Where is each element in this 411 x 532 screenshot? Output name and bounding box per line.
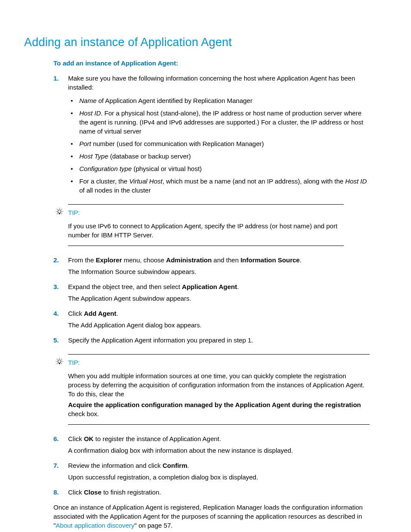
bullet-host-id: Host ID. For a physical host (stand-alon… bbox=[68, 109, 370, 136]
bullet-virtual-host: For a cluster, the Virtual Host, which m… bbox=[68, 177, 370, 195]
term-administration: Administration bbox=[166, 256, 212, 264]
bullet-text: . For a physical host (stand-alone), the… bbox=[79, 109, 363, 135]
step-result: The Add Application Agent dialog box app… bbox=[68, 320, 370, 330]
bullet-text: of Application Agent identified by Repli… bbox=[97, 97, 252, 104]
step-8: 8. Click Close to finish registration. bbox=[53, 488, 370, 497]
step-text: Make sure you have the following informa… bbox=[68, 75, 355, 91]
tip-label: TIP: bbox=[68, 208, 80, 217]
bullet-name: Name of Application Agent identified by … bbox=[68, 96, 370, 105]
closing-text: " on page 57. bbox=[134, 522, 173, 529]
tip-icon bbox=[55, 357, 64, 366]
step-number: 4. bbox=[53, 309, 64, 318]
step-text: Review the information and click bbox=[68, 462, 162, 469]
page-title: Adding an instance of Application Agent bbox=[24, 34, 370, 51]
step-text: menu, choose bbox=[122, 256, 166, 264]
tip-text-bold: Acquire the application configuration ma… bbox=[68, 400, 370, 418]
bullet-port: Port number (used for communication with… bbox=[68, 139, 370, 148]
step-4: 4. Click Add Agent. The Add Application … bbox=[53, 309, 370, 330]
step-result: The Information Source subwindow appears… bbox=[68, 267, 370, 276]
tip-block-1: TIP: If you use IPv6 to connect to Appli… bbox=[53, 204, 344, 246]
term-close: Close bbox=[84, 488, 102, 496]
term-virtual-host: Virtual Host bbox=[129, 177, 162, 185]
tip-text: When you add multiple information source… bbox=[68, 371, 370, 398]
term-information-source: Information Source bbox=[240, 256, 300, 264]
step-text: . bbox=[116, 310, 118, 317]
bullet-text: number (used for communication with Repl… bbox=[91, 140, 264, 147]
step-text: Specify the Application Agent informatio… bbox=[68, 336, 253, 344]
svg-point-1 bbox=[58, 360, 61, 363]
step-text: Expand the object tree, and then select bbox=[68, 283, 182, 290]
step-1: 1. Make sure you have the following info… bbox=[53, 74, 370, 195]
step-text: . bbox=[187, 462, 189, 469]
step-number: 3. bbox=[53, 282, 64, 291]
step-text: to finish registration. bbox=[102, 488, 161, 496]
bullet-text: , which must be a name (and not an IP ad… bbox=[162, 177, 345, 185]
term-ok: OK bbox=[84, 435, 94, 442]
step-text: . bbox=[300, 256, 302, 264]
bullet-host-type: Host Type (database or backup server) bbox=[68, 152, 370, 161]
step-text: to register the instance of Application … bbox=[93, 435, 221, 442]
step-number: 5. bbox=[53, 336, 64, 345]
term-application-agent: Application Agent bbox=[182, 283, 237, 290]
step-text: . bbox=[237, 283, 239, 290]
closing-paragraph: Once an instance of Application Agent is… bbox=[53, 503, 370, 530]
term-add-agent: Add Agent bbox=[84, 310, 116, 317]
tip-text: check box. bbox=[68, 410, 99, 417]
bullet-text: of all nodes in the cluster bbox=[79, 187, 151, 194]
tip-label: TIP: bbox=[68, 358, 80, 367]
term-acquire-config: Acquire the application configuration ma… bbox=[68, 401, 361, 408]
step-text: and then bbox=[212, 256, 240, 264]
link-about-app-discovery[interactable]: About application discovery bbox=[56, 522, 134, 529]
tip-text: If you use IPv6 to connect to Applicatio… bbox=[68, 221, 344, 240]
step-number: 6. bbox=[53, 434, 64, 443]
step-number: 2. bbox=[53, 255, 64, 264]
bullet-text: For a cluster, the bbox=[79, 177, 129, 185]
term-confirm: Confirm bbox=[162, 462, 187, 469]
step-number: 1. bbox=[53, 74, 64, 83]
svg-point-0 bbox=[58, 210, 61, 213]
step-result: A confirmation dialog box with informati… bbox=[68, 446, 370, 455]
tip-block-2: TIP: When you add multiple information s… bbox=[53, 354, 370, 425]
step-result: Upon successful registration, a completi… bbox=[68, 473, 370, 482]
term-host-type: Host Type bbox=[79, 152, 108, 160]
step-text: From the bbox=[68, 256, 96, 264]
bullet-text: (database or backup server) bbox=[108, 152, 191, 160]
tip-icon bbox=[55, 207, 64, 216]
step-number: 7. bbox=[53, 461, 64, 470]
content-body: To add an instance of Application Agent:… bbox=[53, 59, 370, 532]
bullet-config-type: Configuration type (physical or virtual … bbox=[68, 164, 370, 173]
step-number: 8. bbox=[53, 488, 64, 497]
step-result: The Application Agent subwindow appears. bbox=[68, 294, 370, 303]
term-port: Port bbox=[79, 140, 91, 147]
intro-text: To add an instance of Application Agent: bbox=[53, 59, 370, 68]
step-text: Click bbox=[68, 435, 84, 442]
bullet-text: (physical or virtual host) bbox=[132, 165, 202, 172]
step-text: Click bbox=[68, 488, 84, 496]
step-text: Click bbox=[68, 310, 84, 317]
step-5: 5. Specify the Application Agent informa… bbox=[53, 336, 370, 345]
term-name: Name bbox=[79, 97, 97, 104]
term-host-id: Host ID bbox=[345, 177, 367, 185]
term-config-type: Configuration type bbox=[79, 165, 132, 172]
step-6: 6. Click OK to register the instance of … bbox=[53, 434, 370, 455]
term-host-id: Host ID bbox=[79, 109, 101, 117]
step-2: 2. From the Explorer menu, choose Admini… bbox=[53, 255, 370, 276]
term-explorer: Explorer bbox=[96, 256, 122, 264]
step-7: 7. Review the information and click Conf… bbox=[53, 461, 370, 482]
step-3: 3. Expand the object tree, and then sele… bbox=[53, 282, 370, 303]
